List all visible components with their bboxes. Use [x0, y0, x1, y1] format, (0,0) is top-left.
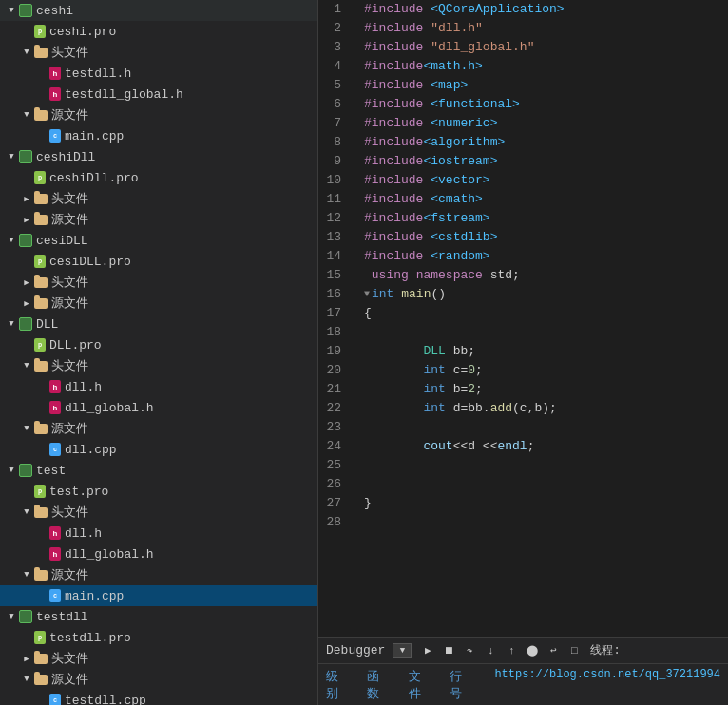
- debugger-dropdown[interactable]: ▼: [393, 643, 412, 658]
- folder-icon-ceshi-headers: [34, 48, 48, 58]
- arrow-dll[interactable]: [4, 316, 19, 332]
- code-line: using namespace std;: [364, 266, 728, 285]
- arrow-ceshi-headers[interactable]: [19, 45, 34, 60]
- arrow-test-sources[interactable]: [19, 567, 34, 582]
- folder-item-dll-sources[interactable]: 源文件: [0, 418, 317, 439]
- debug-btn-stop[interactable]: ⏹: [440, 642, 457, 659]
- csdn-url[interactable]: https://blog.csdn.net/qq_37211994: [494, 668, 720, 702]
- folder-item-ceshi-sources[interactable]: 源文件: [0, 105, 317, 125]
- file-item-test-pro[interactable]: p test.pro: [0, 481, 317, 502]
- debug-btn-play[interactable]: ▶: [419, 642, 436, 659]
- debug-btn-return[interactable]: ↩: [545, 642, 562, 659]
- code-content[interactable]: #include <QCoreApplication> #include "dl…: [356, 0, 728, 637]
- debug-btn-stepout[interactable]: ↑: [503, 642, 520, 659]
- folder-item-dll-headers[interactable]: 头文件: [0, 355, 317, 376]
- file-item-testdll-pro[interactable]: p testdll.pro: [0, 627, 317, 648]
- project-icon-cesidll: [19, 234, 32, 247]
- arrow-ceshidll-headers[interactable]: [19, 191, 34, 206]
- project-item-dll[interactable]: DLL: [0, 314, 317, 334]
- code-line: #include<iostream>: [364, 152, 728, 171]
- h-icon: h: [49, 380, 61, 393]
- file-item-dll-h[interactable]: h dll.h: [0, 376, 317, 397]
- arrow-ceshidll-sources[interactable]: [19, 212, 34, 227]
- folder-icon-testdll-headers2: [34, 654, 48, 664]
- file-item-testdll-h[interactable]: h testdll.h: [0, 63, 317, 84]
- project-item-testdll[interactable]: testdll: [0, 606, 317, 627]
- file-item-test-dll-global-h[interactable]: h dll_global.h: [0, 543, 317, 564]
- project-item-test[interactable]: test: [0, 460, 317, 481]
- debug-btn-record[interactable]: ⬤: [524, 642, 541, 659]
- debug-btn-stepinto[interactable]: ↓: [482, 642, 499, 659]
- code-editor[interactable]: 1 2 3 4 5 6 7 8 9 10 11 12 13 14 15 16 1…: [318, 0, 728, 705]
- folder-item-test-headers[interactable]: 头文件: [0, 502, 317, 523]
- h-icon: h: [49, 87, 61, 101]
- project-item-cesidll[interactable]: cesiDLL: [0, 230, 317, 251]
- code-line: [364, 513, 728, 532]
- debug-btn-stepover[interactable]: ↷: [461, 642, 478, 659]
- project-item-ceshi[interactable]: ceshi: [0, 0, 317, 21]
- folder-item-cesidll-sources[interactable]: 源文件: [0, 293, 317, 314]
- code-area[interactable]: 1 2 3 4 5 6 7 8 9 10 11 12 13 14 15 16 1…: [318, 0, 728, 637]
- code-line: #include<math.h>: [364, 57, 728, 76]
- col-file: 文件: [409, 668, 431, 702]
- folder-icon-cesidll-sources: [34, 298, 48, 309]
- file-item-ceshidll-pro[interactable]: p ceshiDll.pro: [0, 167, 317, 188]
- file-item-testdll-cpp[interactable]: c testdll.cpp: [0, 690, 317, 705]
- code-line: #include <numeric>: [364, 114, 728, 133]
- folder-icon-ceshi-sources: [34, 110, 48, 121]
- project-icon-ceshi: [19, 4, 32, 17]
- arrow-dll-sources[interactable]: [19, 421, 34, 436]
- file-item-ceshi-pro[interactable]: p ceshi.pro: [0, 21, 317, 42]
- project-icon-test: [19, 464, 32, 477]
- cpp-icon: c: [49, 694, 61, 705]
- file-tree[interactable]: ceshi p ceshi.pro 头文件 h testdll.h h test…: [0, 0, 318, 705]
- folder-label-testdll-sources2: 源文件: [51, 671, 88, 688]
- file-item-cesidll-pro[interactable]: p cesiDLL.pro: [0, 251, 317, 272]
- project-icon-ceshidll: [19, 150, 32, 163]
- file-item-dll-pro[interactable]: p DLL.pro: [0, 334, 317, 355]
- folder-item-testdll-sources2[interactable]: 源文件: [0, 669, 317, 690]
- file-label-test-main-cpp: main.cpp: [65, 589, 124, 603]
- folder-icon-dll-headers: [34, 361, 48, 372]
- folder-icon-ceshidll-sources: [34, 215, 48, 225]
- project-label-ceshidll: ceshiDll: [36, 150, 95, 164]
- arrow-testdll[interactable]: [4, 609, 19, 624]
- arrow-testdll-headers2[interactable]: [19, 651, 34, 666]
- arrow-ceshi[interactable]: [4, 3, 19, 18]
- file-item-test-dll-h[interactable]: h dll.h: [0, 523, 317, 543]
- debug-btn-clear[interactable]: □: [565, 642, 583, 659]
- debugger-panel: Debugger ▼ ▶ ⏹ ↷ ↓ ↑ ⬤ ↩ □ 线程:: [318, 637, 728, 705]
- h-icon: h: [49, 547, 61, 561]
- project-item-ceshidll[interactable]: ceshiDll: [0, 146, 317, 167]
- folder-item-testdll-headers2[interactable]: 头文件: [0, 648, 317, 669]
- file-item-main-cpp-1[interactable]: c main.cpp: [0, 125, 317, 146]
- file-item-dll-cpp[interactable]: c dll.cpp: [0, 439, 317, 460]
- folder-item-cesidll-headers[interactable]: 头文件: [0, 272, 317, 293]
- code-line: DLL bb;: [364, 342, 728, 361]
- file-item-test-main-cpp[interactable]: c main.cpp: [0, 585, 317, 606]
- arrow-cesidll-headers[interactable]: [19, 275, 34, 290]
- code-line: #include "dll_global.h": [364, 38, 728, 57]
- h-icon: h: [49, 526, 61, 540]
- code-line: cout<<d <<endl;: [364, 437, 728, 456]
- folder-item-ceshi-headers[interactable]: 头文件: [0, 42, 317, 63]
- file-label-testdll-global-h: testdll_global.h: [65, 87, 183, 102]
- arrow-test-headers[interactable]: [19, 505, 34, 520]
- file-item-testdll-global-h[interactable]: h testdll_global.h: [0, 84, 317, 105]
- folder-item-ceshidll-sources[interactable]: 源文件: [0, 209, 317, 230]
- arrow-test[interactable]: [4, 463, 19, 478]
- code-line: #include<fstream>: [364, 209, 728, 228]
- arrow-dll-headers[interactable]: [19, 358, 34, 373]
- arrow-ceshidll[interactable]: [4, 149, 19, 164]
- folder-item-ceshidll-headers[interactable]: 头文件: [0, 188, 317, 209]
- arrow-ceshi-sources[interactable]: [19, 107, 34, 123]
- arrow-cesidll-sources[interactable]: [19, 295, 34, 311]
- arrow-testdll-sources2[interactable]: [19, 672, 34, 687]
- file-item-dll-global-h[interactable]: h dll_global.h: [0, 397, 317, 418]
- arrow-cesidll[interactable]: [4, 233, 19, 248]
- project-label-dll: DLL: [36, 317, 58, 332]
- debugger-title: Debugger: [326, 643, 385, 657]
- file-label-dll-global-h: dll_global.h: [65, 401, 154, 415]
- cpp-icon: c: [49, 129, 61, 143]
- folder-item-test-sources[interactable]: 源文件: [0, 564, 317, 585]
